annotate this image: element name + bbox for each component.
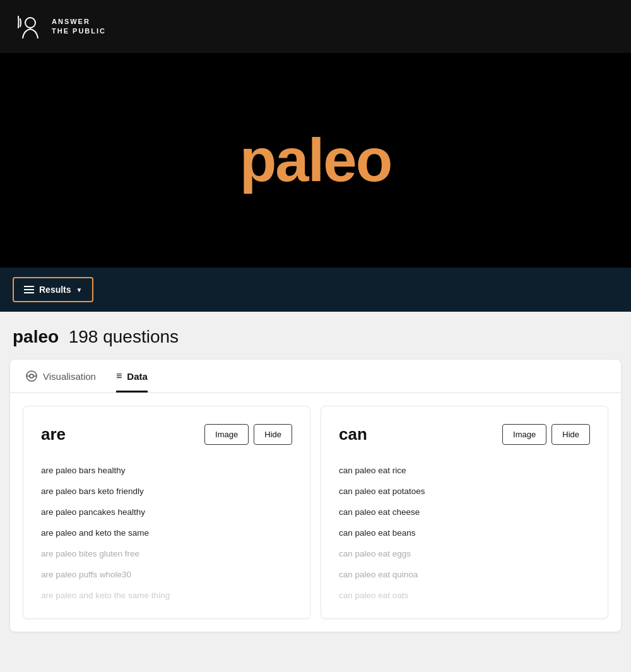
query-list-are: are paleo bars healthy are paleo bars ke… (41, 460, 292, 606)
list-item: can paleo eat eggs (339, 543, 590, 564)
tabs-card: Visualisation ≡ Data are Image Hide (10, 360, 621, 632)
heading-count: 198 questions (64, 327, 179, 346)
hide-button-are[interactable]: Hide (254, 424, 292, 445)
logo: ANSWER THE PUBLIC (15, 11, 106, 42)
results-button[interactable]: Results ▼ (13, 277, 93, 302)
tab-data-label: Data (127, 371, 148, 382)
chevron-down-icon: ▼ (76, 286, 83, 293)
tabs-header: Visualisation ≡ Data (10, 360, 621, 393)
list-item: can paleo eat quinoa (339, 564, 590, 585)
list-item: are paleo bars keto friendly (41, 481, 292, 502)
card-actions-can: Image Hide (502, 424, 590, 445)
tab-visualisation[interactable]: Visualisation (25, 370, 96, 393)
hamburger-icon (24, 286, 34, 293)
data-icon: ≡ (116, 370, 122, 382)
hero-keyword: paleo (240, 126, 392, 195)
card-keyword-can: can (339, 425, 367, 444)
visualisation-icon (25, 370, 38, 382)
list-item: can paleo eat rice (339, 460, 590, 481)
tab-visualisation-label: Visualisation (43, 371, 96, 382)
heading-keyword: paleo (13, 327, 59, 346)
card-header-can: can Image Hide (339, 424, 590, 445)
list-item: can paleo eat beans (339, 522, 590, 543)
query-list-can: can paleo eat rice can paleo eat potatoe… (339, 460, 590, 606)
list-item: are paleo puffs whole30 (41, 564, 292, 585)
keyword-card-are: are Image Hide are paleo bars healthy ar… (23, 406, 310, 619)
list-item: can paleo eat cheese (339, 502, 590, 522)
list-item: can paleo eat oats (339, 585, 590, 606)
logo-text: ANSWER THE PUBLIC (52, 17, 106, 37)
hide-button-can[interactable]: Hide (551, 424, 590, 445)
svg-point-0 (25, 18, 35, 28)
list-item: are paleo pancakes healthy (41, 502, 292, 522)
tab-data[interactable]: ≡ Data (116, 370, 148, 392)
page-heading: paleo 198 questions (10, 327, 621, 347)
card-header-are: are Image Hide (41, 424, 292, 445)
toolbar: Results ▼ (0, 268, 631, 312)
keyword-card-can: can Image Hide can paleo eat rice can pa… (321, 406, 608, 619)
image-button-are[interactable]: Image (204, 424, 249, 445)
results-label: Results (39, 285, 71, 295)
content-area: paleo 198 questions Visualisation ≡ Data (0, 312, 631, 647)
list-item: are paleo and keto the same (41, 522, 292, 543)
logo-icon (15, 11, 45, 42)
header: ANSWER THE PUBLIC (0, 0, 631, 53)
card-actions-are: Image Hide (204, 424, 292, 445)
hero-section: paleo (0, 53, 631, 268)
card-keyword-are: are (41, 425, 66, 444)
list-item: can paleo eat potatoes (339, 481, 590, 502)
list-item: are paleo bars healthy (41, 460, 292, 481)
list-item: are paleo bites gluten free (41, 543, 292, 564)
cards-grid: are Image Hide are paleo bars healthy ar… (10, 393, 621, 632)
image-button-can[interactable]: Image (502, 424, 546, 445)
svg-point-2 (30, 374, 33, 378)
list-item: are paleo and keto the same thing (41, 585, 292, 606)
